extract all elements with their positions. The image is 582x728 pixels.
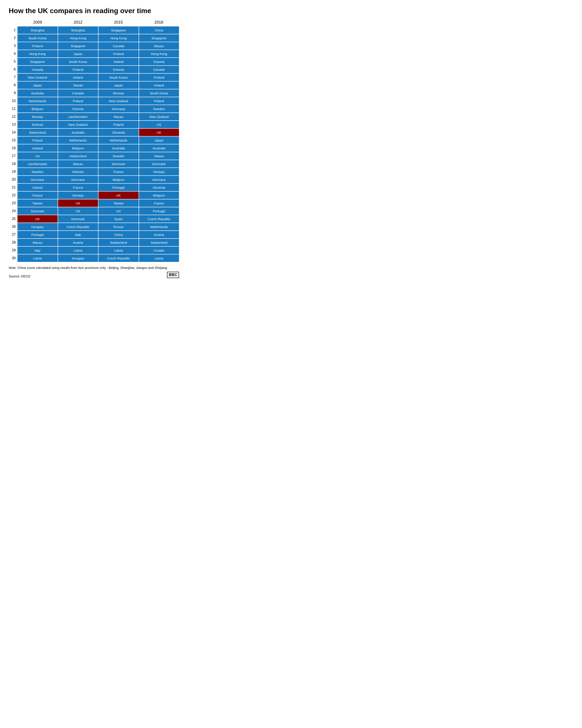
table-row: 6CanadaFinlandEstoniaCanada	[9, 66, 179, 73]
table-cell: Japan	[58, 50, 98, 57]
row-rank: 5	[9, 58, 18, 65]
table-cell: Belgium	[139, 191, 179, 199]
table-cell: Latvia	[18, 255, 58, 262]
table-row: 4Hong KongJapanFinlandHong Kong	[9, 50, 179, 57]
table-cell: China	[139, 26, 179, 34]
table-row: 24DenmarkUSUSPortugal	[9, 207, 179, 215]
row-rank: 15	[9, 136, 18, 144]
table-cell: South Korea	[18, 34, 58, 42]
table-row: 23TaiwanUKTaiwanFrance	[9, 200, 179, 207]
table-cell: Macau	[18, 239, 58, 246]
row-rank: 14	[9, 129, 18, 136]
table-cell: Poland	[139, 97, 179, 105]
table-cell: Croatia	[139, 246, 179, 254]
table-cell: Vietnam	[58, 168, 98, 175]
table-cell: Singapore	[99, 26, 139, 34]
table-row: 19SwedenVietnamFranceNorway	[9, 168, 179, 175]
col-header-2018: 2018	[139, 19, 179, 26]
table-row: 21IrelandFrancePortugalSlovenia	[9, 184, 179, 191]
table-cell: Poland	[58, 97, 98, 105]
table-cell: Norway	[18, 113, 58, 120]
table-cell: Shanghai	[58, 26, 98, 34]
table-cell: Liechtenstein	[18, 160, 58, 167]
table-row: 30LatviaHungaryCzech RepublicLatvia	[9, 255, 179, 262]
table-cell: Sweden	[99, 152, 139, 160]
table-cell: Singapore	[18, 58, 58, 65]
table-cell: UK	[18, 215, 58, 223]
table-cell: Czech Republic	[99, 255, 139, 262]
table-row: 15PolandNetherlandsNetherlandsJapan	[9, 136, 179, 144]
table-cell: US	[139, 121, 179, 128]
row-rank: 30	[9, 255, 18, 262]
table-cell: Hungary	[18, 223, 58, 230]
table-cell: Switzerland	[58, 152, 98, 160]
row-rank: 29	[9, 246, 18, 254]
table-cell: Estonia	[139, 58, 179, 65]
row-rank: 24	[9, 207, 18, 215]
table-cell: Taiwan	[18, 200, 58, 207]
table-row: 8JapanTaiwanJapanIreland	[9, 81, 179, 89]
row-rank: 18	[9, 160, 18, 167]
table-cell: Australia	[18, 89, 58, 97]
table-row: 26HungaryCzech RepublicRussiaNetherlands	[9, 223, 179, 230]
table-cell: Netherlands	[139, 223, 179, 230]
row-rank: 25	[9, 215, 18, 223]
table-cell: Denmark	[58, 215, 98, 223]
table-cell: Japan	[99, 81, 139, 89]
table-row: 17USSwitzerlandSwedenTaiwan	[9, 152, 179, 160]
table-cell: Sweden	[139, 105, 179, 112]
table-cell: Australia	[58, 129, 98, 136]
table-cell: New Zealand	[99, 97, 139, 105]
table-cell: France	[139, 200, 179, 207]
table-cell: Macau	[139, 42, 179, 50]
table-cell: Ireland	[139, 81, 179, 89]
table-cell: Netherlands	[58, 136, 98, 144]
table-row: 1ShanghaiShanghaiSingaporeChina	[9, 26, 179, 34]
table-cell: South Korea	[99, 74, 139, 81]
table-cell: US	[58, 207, 98, 215]
table-row: 28MacauAustriaSwitzerlandSwitzerland	[9, 239, 179, 246]
table-cell: Finland	[58, 66, 98, 73]
column-headers: 2009 2012 2015 2018	[9, 19, 179, 26]
table-row: 5SingaporeSouth KoreaIrelandEstonia	[9, 58, 179, 65]
table-cell: Macau	[99, 113, 139, 120]
row-rank: 10	[9, 97, 18, 105]
row-rank: 26	[9, 223, 18, 230]
table-cell: Czech Republic	[139, 215, 179, 223]
table-cell: Netherlands	[18, 97, 58, 105]
table-cell: Ireland	[58, 74, 98, 81]
table-cell: Denmark	[139, 160, 179, 167]
table-cell: Norway	[58, 191, 98, 199]
table-cell: UK	[99, 191, 139, 199]
table-cell: Canada	[99, 42, 139, 50]
page-title: How the UK compares in reading over time	[9, 6, 179, 15]
table-cell: Portugal	[18, 231, 58, 238]
table-cell: China	[99, 231, 139, 238]
table-cell: France	[99, 168, 139, 175]
source-text: Source: OECD	[9, 274, 30, 278]
table-cell: Poland	[99, 121, 139, 128]
table-cell: Australia	[99, 145, 139, 152]
row-rank: 16	[9, 145, 18, 152]
table-row: 7New ZealandIrelandSouth KoreaFinland	[9, 74, 179, 81]
table-row: 29ItalyLatviaLatviaCroatia	[9, 246, 179, 254]
row-rank: 1	[9, 26, 18, 34]
row-rank: 22	[9, 191, 18, 199]
table-cell: Germany	[18, 176, 58, 183]
footer-source: Source: OECD BBC	[9, 272, 179, 278]
row-rank: 12	[9, 113, 18, 120]
table-cell: Norway	[99, 89, 139, 97]
table-row: 13EstoniaNew ZealandPolandUS	[9, 121, 179, 128]
col-header-2015: 2015	[98, 19, 139, 26]
table-cell: Portugal	[99, 184, 139, 191]
table-row: 2South KoreaHong KongHong KongSingapore	[9, 34, 179, 42]
table-cell: Hong Kong	[139, 50, 179, 57]
row-rank: 19	[9, 168, 18, 175]
table-cell: Denmark	[99, 160, 139, 167]
table-cell: Sweden	[18, 168, 58, 175]
table-cell: Taiwan	[139, 152, 179, 160]
table-cell: Slovenia	[139, 184, 179, 191]
table-cell: Finland	[139, 74, 179, 81]
table-cell: Finland	[99, 50, 139, 57]
table-cell: Australia	[139, 145, 179, 152]
